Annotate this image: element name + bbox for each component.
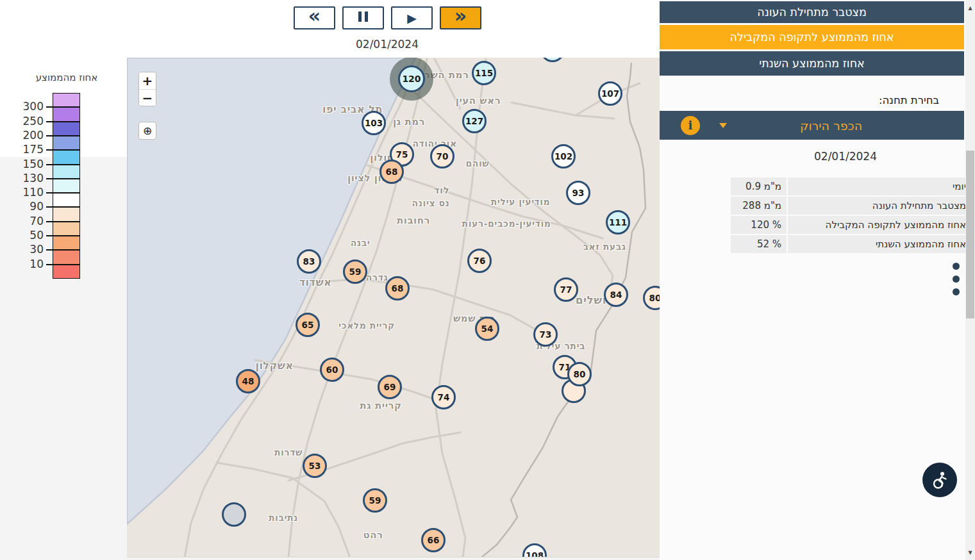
rainfall-map[interactable]: רמת השרוןראש העיןתל אביב יפורמת גןאור יה… [127, 58, 660, 557]
menu-item-percent-of-annual-average[interactable]: אחוז מהממוצע השנתי [660, 51, 964, 76]
carousel-dot-1[interactable] [953, 263, 960, 270]
city-label: שדרות [274, 447, 303, 457]
station-marker[interactable]: 115 [472, 61, 496, 85]
table-row: יומי0.9 מ"מ [713, 177, 972, 195]
skip-forward-icon: » [454, 6, 467, 26]
station-marker[interactable]: 76 [467, 249, 492, 273]
station-marker[interactable]: 60 [320, 358, 344, 382]
legend-tick-label: 175 [3, 143, 44, 156]
table-row-label: יומי [788, 177, 972, 195]
menu-item-label: אחוז מהממוצע השנתי [759, 57, 865, 70]
locate-button[interactable]: ⊕ [138, 122, 156, 140]
scroll-down-icon[interactable]: ▼ [965, 550, 975, 556]
play-icon: ▶ [407, 11, 417, 25]
legend-tick-line [46, 178, 80, 179]
legend-title: אחוז מהממוצע [18, 72, 115, 83]
station-data-table: יומי0.9 מ"ממצטבר מתחילת העונה288 מ"מאחוז… [713, 177, 972, 254]
scrollbar-thumb[interactable] [966, 151, 974, 318]
city-label: רמת גן [393, 116, 425, 128]
legend-tick-label: 250 [3, 115, 44, 128]
legend-color-segment [53, 179, 79, 193]
station-marker[interactable]: 68 [385, 276, 410, 301]
carousel-dot-2[interactable] [953, 276, 960, 283]
pause-button[interactable] [342, 6, 384, 29]
station-marker[interactable]: 54 [475, 317, 499, 341]
city-label: יבנה [351, 238, 371, 248]
station-marker[interactable]: 120 [398, 65, 425, 92]
legend-tick-label: 300 [3, 100, 44, 113]
playback-toolbar: « ▶ » [294, 6, 481, 29]
wheelchair-icon [929, 470, 950, 490]
station-marker[interactable]: 84 [604, 283, 628, 307]
menu-item-label: אחוז מהממוצע לתקופה המקבילה [730, 31, 894, 44]
legend-color-segment [53, 193, 79, 207]
zoom-out-button[interactable]: − [139, 89, 156, 106]
station-marker[interactable]: 93 [566, 181, 590, 205]
legend-tick-label: 200 [3, 129, 44, 142]
station-marker[interactable]: 127 [462, 109, 487, 133]
legend-tick-label: 90 [3, 200, 44, 213]
station-marker[interactable]: 77 [554, 277, 578, 302]
station-marker[interactable]: 48 [236, 369, 260, 393]
pause-icon [357, 12, 370, 24]
legend-color-segment [53, 264, 79, 278]
legend-tick-line [46, 149, 80, 151]
station-marker[interactable] [222, 502, 246, 527]
legend: אחוז מהממוצע 300250200175150130110907050… [0, 64, 127, 295]
accessibility-button[interactable] [922, 463, 957, 497]
map-base-layer [127, 58, 660, 557]
info-icon[interactable]: i [681, 116, 700, 135]
city-label: אשקלון [255, 359, 293, 372]
station-marker[interactable]: 70 [430, 144, 454, 169]
legend-tick-label: 110 [3, 186, 44, 199]
station-marker[interactable]: 68 [379, 160, 404, 184]
zoom-in-button[interactable]: + [139, 72, 156, 89]
station-marker[interactable]: 59 [363, 488, 387, 513]
carousel-dot-3[interactable] [953, 288, 960, 295]
station-marker[interactable]: 65 [296, 313, 320, 337]
legend-tick-label: 10 [3, 258, 44, 270]
city-label: נתיבות [269, 513, 298, 523]
skip-forward-button[interactable]: » [440, 6, 481, 29]
page-scrollbar[interactable]: ▲ ▼ [965, 0, 975, 560]
legend-color-segment [53, 236, 79, 250]
legend-color-segment [53, 165, 79, 179]
city-label: אשדוד [299, 276, 332, 288]
table-row-value: 52 % [731, 235, 787, 253]
city-label: מודיעין-מכבים-רעות [462, 218, 551, 229]
station-marker[interactable]: 80 [567, 362, 592, 386]
city-label: נס ציונה [412, 198, 450, 208]
station-marker[interactable]: 73 [533, 322, 558, 347]
city-label: ראש העין [456, 95, 501, 106]
station-marker[interactable]: 74 [431, 385, 456, 409]
play-button[interactable]: ▶ [391, 6, 433, 29]
legend-tick-line [46, 192, 80, 194]
table-row-value: 0.9 מ"מ [731, 177, 787, 195]
menu-item-season-total[interactable]: מצטבר מתחילת העונה [660, 1, 964, 23]
station-marker[interactable]: 103 [362, 111, 386, 135]
station-marker[interactable]: 69 [378, 375, 402, 399]
station-marker[interactable]: 59 [343, 259, 367, 284]
legend-color-segment [53, 108, 79, 122]
city-label: מודיעין עילית [491, 197, 551, 207]
current-date: 02/01/2024 [323, 38, 451, 51]
sidebar-date: 02/01/2024 [781, 150, 910, 163]
station-marker[interactable]: 83 [297, 249, 321, 274]
table-row-label: אחוז מהממוצע לתקופה המקבילה [788, 216, 972, 234]
legend-color-segment [53, 151, 79, 165]
sidebar: מצטבר מתחילת העונה אחוז מהממוצע לתקופה ה… [660, 0, 965, 560]
city-label: גדרה [366, 272, 388, 283]
skip-back-icon: « [308, 6, 321, 26]
station-marker[interactable]: 66 [421, 528, 446, 552]
skip-back-button[interactable]: « [294, 6, 335, 29]
station-dropdown[interactable]: i הכפר הירוק [660, 111, 964, 140]
legend-tick-line [46, 121, 80, 122]
station-picker-label: בחירת תחנה: [879, 94, 939, 106]
station-marker[interactable]: 107 [598, 81, 622, 106]
legend-color-segment [53, 207, 79, 221]
menu-item-percent-of-average-period[interactable]: אחוז מהממוצע לתקופה המקבילה [660, 25, 964, 49]
station-marker[interactable]: 111 [606, 210, 630, 235]
station-marker[interactable]: 53 [303, 454, 327, 478]
scroll-up-icon[interactable]: ▲ [965, 5, 975, 11]
station-marker[interactable]: 102 [551, 144, 576, 169]
